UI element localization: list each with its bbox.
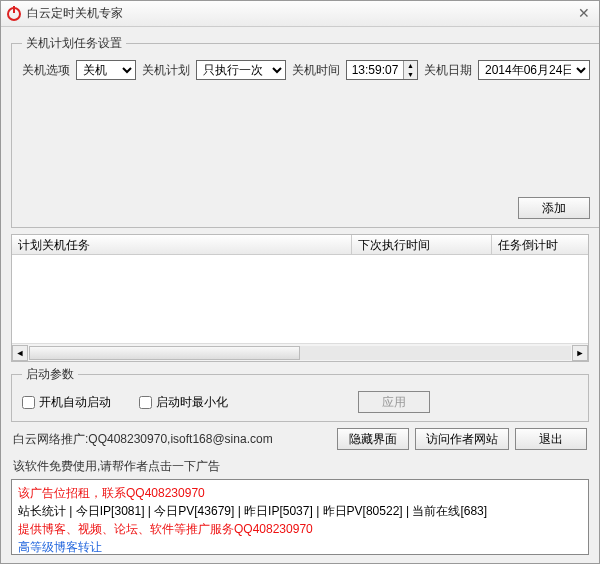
- time-label: 关机时间: [292, 62, 340, 79]
- plan-label: 关机计划: [142, 62, 190, 79]
- settings-legend: 关机计划任务设置: [22, 35, 126, 52]
- ad-line-4[interactable]: 高等级博客转让: [18, 538, 582, 555]
- visit-site-button[interactable]: 访问作者网站: [415, 428, 509, 450]
- shutdown-settings-group: 关机计划任务设置 关机选项 关机 关机计划 只执行一次 关机时间 ▲ ▼: [11, 35, 599, 228]
- horizontal-scrollbar[interactable]: ◄ ►: [12, 343, 588, 361]
- autostart-checkbox[interactable]: 开机自动启动: [22, 394, 111, 411]
- minimize-input[interactable]: [139, 396, 152, 409]
- app-icon: [7, 7, 21, 21]
- time-input[interactable]: [347, 61, 403, 79]
- time-down-icon[interactable]: ▼: [404, 70, 417, 79]
- task-table: 计划关机任务 下次执行时间 任务倒计时 ◄ ►: [11, 234, 589, 362]
- quit-button[interactable]: 退出: [515, 428, 587, 450]
- option-label: 关机选项: [22, 62, 70, 79]
- startup-legend: 启动参数: [22, 366, 78, 383]
- shutdown-date-select[interactable]: 2014年06月24日: [478, 60, 590, 80]
- autostart-input[interactable]: [22, 396, 35, 409]
- hide-ui-button[interactable]: 隐藏界面: [337, 428, 409, 450]
- shutdown-plan-select[interactable]: 只执行一次: [196, 60, 286, 80]
- window-title: 白云定时关机专家: [27, 5, 575, 22]
- promo-text: 白云网络推广:QQ408230970,isoft168@sina.com: [13, 431, 331, 448]
- add-button[interactable]: 添加: [518, 197, 590, 219]
- col-task: 计划关机任务: [12, 235, 352, 254]
- apply-button[interactable]: 应用: [358, 391, 430, 413]
- minimize-label: 启动时最小化: [156, 394, 228, 411]
- shutdown-time-spinner[interactable]: ▲ ▼: [346, 60, 418, 80]
- scroll-thumb[interactable]: [29, 346, 300, 360]
- minimize-checkbox[interactable]: 启动时最小化: [139, 394, 228, 411]
- col-countdown: 任务倒计时: [492, 235, 588, 254]
- startup-params-group: 启动参数 开机自动启动 启动时最小化 应用: [11, 366, 589, 422]
- autostart-label: 开机自动启动: [39, 394, 111, 411]
- shutdown-option-select[interactable]: 关机: [76, 60, 136, 80]
- task-table-body: [12, 255, 588, 343]
- free-use-text: 该软件免费使用,请帮作者点击一下广告: [11, 456, 589, 475]
- time-up-icon[interactable]: ▲: [404, 61, 417, 70]
- ad-box: 该广告位招租，联系QQ408230970 站长统计 | 今日IP[3081] |…: [11, 479, 589, 555]
- close-icon[interactable]: ✕: [575, 5, 593, 23]
- date-label: 关机日期: [424, 62, 472, 79]
- ad-line-2: 站长统计 | 今日IP[3081] | 今日PV[43679] | 昨日IP[5…: [18, 502, 582, 520]
- scroll-right-icon[interactable]: ►: [572, 345, 588, 361]
- scroll-left-icon[interactable]: ◄: [12, 345, 28, 361]
- ad-line-1: 该广告位招租，联系QQ408230970: [18, 484, 582, 502]
- col-next-time: 下次执行时间: [352, 235, 492, 254]
- ad-line-3: 提供博客、视频、论坛、软件等推广服务QQ408230970: [18, 520, 582, 538]
